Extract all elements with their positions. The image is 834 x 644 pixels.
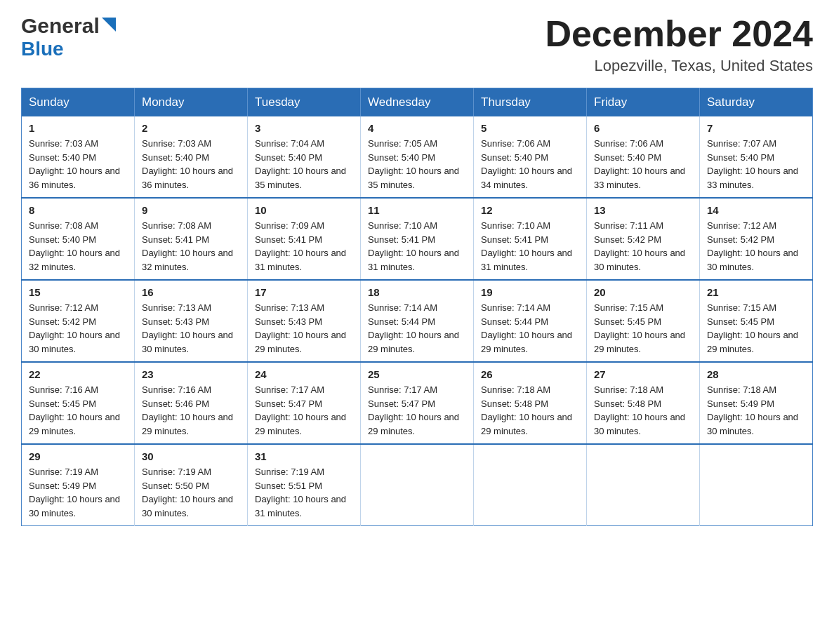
week-row-3: 15 Sunrise: 7:12 AM Sunset: 5:42 PM Dayl…: [22, 280, 813, 362]
daylight-label: Daylight: 10 hours and 34 minutes.: [481, 166, 572, 190]
day-info: Sunrise: 7:19 AM Sunset: 5:51 PM Dayligh…: [255, 465, 353, 520]
day-info: Sunrise: 7:16 AM Sunset: 5:45 PM Dayligh…: [29, 383, 127, 438]
day-info: Sunrise: 7:04 AM Sunset: 5:40 PM Dayligh…: [255, 137, 353, 192]
sunrise-label: Sunrise:: [594, 384, 630, 395]
sunset-value: 5:47 PM: [402, 398, 435, 409]
calendar-cell: 25 Sunrise: 7:17 AM Sunset: 5:47 PM Dayl…: [361, 362, 474, 444]
sunset-label: Sunset:: [142, 152, 176, 163]
sunrise-label: Sunrise:: [255, 467, 291, 477]
sunset-value: 5:51 PM: [289, 481, 322, 491]
logo-triangle-icon: [102, 18, 116, 34]
sunset-value: 5:41 PM: [515, 234, 548, 245]
sunset-label: Sunset:: [29, 316, 62, 327]
sunrise-value: 7:06 AM: [517, 138, 550, 149]
day-info: Sunrise: 7:10 AM Sunset: 5:41 PM Dayligh…: [481, 219, 579, 274]
sunset-label: Sunset:: [481, 234, 515, 245]
sunrise-label: Sunrise:: [594, 220, 630, 231]
sunset-value: 5:40 PM: [62, 234, 96, 245]
calendar-cell: 31 Sunrise: 7:19 AM Sunset: 5:51 PM Dayl…: [248, 444, 361, 526]
header-friday: Friday: [587, 88, 700, 117]
sunset-value: 5:40 PM: [515, 152, 548, 163]
sunset-label: Sunset:: [594, 398, 628, 409]
sunset-value: 5:48 PM: [515, 398, 548, 409]
sunset-value: 5:43 PM: [289, 316, 322, 327]
day-number: 5: [481, 122, 579, 134]
sunrise-label: Sunrise:: [368, 220, 404, 231]
sunrise-label: Sunrise:: [481, 384, 517, 395]
sunset-value: 5:41 PM: [176, 234, 209, 245]
calendar-cell: 15 Sunrise: 7:12 AM Sunset: 5:42 PM Dayl…: [22, 280, 135, 362]
day-number: 2: [142, 122, 240, 134]
sunrise-value: 7:18 AM: [630, 384, 663, 395]
calendar-cell: 10 Sunrise: 7:09 AM Sunset: 5:41 PM Dayl…: [248, 198, 361, 280]
sunrise-value: 7:13 AM: [291, 302, 324, 313]
daylight-label: Daylight: 10 hours and 30 minutes.: [594, 248, 685, 272]
daylight-label: Daylight: 10 hours and 35 minutes.: [255, 166, 346, 190]
logo-general-text: General: [21, 14, 100, 38]
day-info: Sunrise: 7:08 AM Sunset: 5:40 PM Dayligh…: [29, 219, 127, 274]
sunrise-value: 7:19 AM: [178, 467, 211, 477]
sunset-label: Sunset:: [29, 152, 62, 163]
calendar-table: Sunday Monday Tuesday Wednesday Thursday…: [21, 88, 813, 526]
sunrise-label: Sunrise:: [255, 138, 291, 149]
logo-blue-text: Blue: [21, 38, 64, 60]
sunset-label: Sunset:: [368, 234, 402, 245]
daylight-label: Daylight: 10 hours and 30 minutes.: [594, 412, 685, 436]
sunrise-label: Sunrise:: [29, 302, 65, 313]
sunrise-value: 7:04 AM: [291, 138, 324, 149]
calendar-cell: 24 Sunrise: 7:17 AM Sunset: 5:47 PM Dayl…: [248, 362, 361, 444]
sunrise-label: Sunrise:: [255, 220, 291, 231]
daylight-label: Daylight: 10 hours and 30 minutes.: [707, 412, 798, 436]
day-number: 15: [29, 286, 127, 298]
sunrise-value: 7:18 AM: [517, 384, 550, 395]
daylight-label: Daylight: 10 hours and 31 minutes.: [255, 494, 346, 518]
calendar-cell: 28 Sunrise: 7:18 AM Sunset: 5:49 PM Dayl…: [700, 362, 813, 444]
sunset-label: Sunset:: [368, 398, 402, 409]
daylight-label: Daylight: 10 hours and 29 minutes.: [29, 412, 120, 436]
day-info: Sunrise: 7:12 AM Sunset: 5:42 PM Dayligh…: [29, 301, 127, 356]
daylight-label: Daylight: 10 hours and 32 minutes.: [142, 248, 233, 272]
sunset-value: 5:41 PM: [402, 234, 435, 245]
daylight-label: Daylight: 10 hours and 35 minutes.: [368, 166, 459, 190]
calendar-cell: [474, 444, 587, 526]
sunset-value: 5:40 PM: [628, 152, 661, 163]
daylight-label: Daylight: 10 hours and 31 minutes.: [368, 248, 459, 272]
sunset-value: 5:40 PM: [289, 152, 322, 163]
day-number: 13: [594, 204, 692, 216]
sunrise-label: Sunrise:: [255, 384, 291, 395]
sunset-value: 5:42 PM: [62, 316, 96, 327]
location: Lopezville, Texas, United States: [545, 57, 813, 75]
sunset-label: Sunset:: [255, 316, 289, 327]
title-block: December 2024 Lopezville, Texas, United …: [545, 14, 813, 75]
day-number: 19: [481, 286, 579, 298]
day-number: 4: [368, 122, 466, 134]
calendar-cell: 26 Sunrise: 7:18 AM Sunset: 5:48 PM Dayl…: [474, 362, 587, 444]
day-info: Sunrise: 7:03 AM Sunset: 5:40 PM Dayligh…: [142, 137, 240, 192]
sunrise-label: Sunrise:: [481, 138, 517, 149]
sunset-label: Sunset:: [29, 481, 62, 491]
sunset-value: 5:42 PM: [741, 234, 774, 245]
calendar-cell: 16 Sunrise: 7:13 AM Sunset: 5:43 PM Dayl…: [135, 280, 248, 362]
calendar-cell: 8 Sunrise: 7:08 AM Sunset: 5:40 PM Dayli…: [22, 198, 135, 280]
sunrise-value: 7:05 AM: [404, 138, 437, 149]
daylight-label: Daylight: 10 hours and 30 minutes.: [707, 248, 798, 272]
sunset-value: 5:44 PM: [402, 316, 435, 327]
day-info: Sunrise: 7:12 AM Sunset: 5:42 PM Dayligh…: [707, 219, 805, 274]
calendar-cell: 7 Sunrise: 7:07 AM Sunset: 5:40 PM Dayli…: [700, 116, 813, 198]
sunset-label: Sunset:: [594, 316, 628, 327]
day-number: 21: [707, 286, 805, 298]
sunset-label: Sunset:: [142, 481, 176, 491]
day-number: 29: [29, 450, 127, 462]
sunrise-value: 7:08 AM: [178, 220, 211, 231]
day-info: Sunrise: 7:03 AM Sunset: 5:40 PM Dayligh…: [29, 137, 127, 192]
calendar-cell: 2 Sunrise: 7:03 AM Sunset: 5:40 PM Dayli…: [135, 116, 248, 198]
day-info: Sunrise: 7:08 AM Sunset: 5:41 PM Dayligh…: [142, 219, 240, 274]
calendar-cell: 21 Sunrise: 7:15 AM Sunset: 5:45 PM Dayl…: [700, 280, 813, 362]
day-info: Sunrise: 7:18 AM Sunset: 5:49 PM Dayligh…: [707, 383, 805, 438]
week-row-2: 8 Sunrise: 7:08 AM Sunset: 5:40 PM Dayli…: [22, 198, 813, 280]
sunrise-value: 7:17 AM: [291, 384, 324, 395]
day-number: 10: [255, 204, 353, 216]
sunset-label: Sunset:: [707, 398, 741, 409]
sunrise-value: 7:11 AM: [630, 220, 663, 231]
sunset-label: Sunset:: [29, 234, 62, 245]
